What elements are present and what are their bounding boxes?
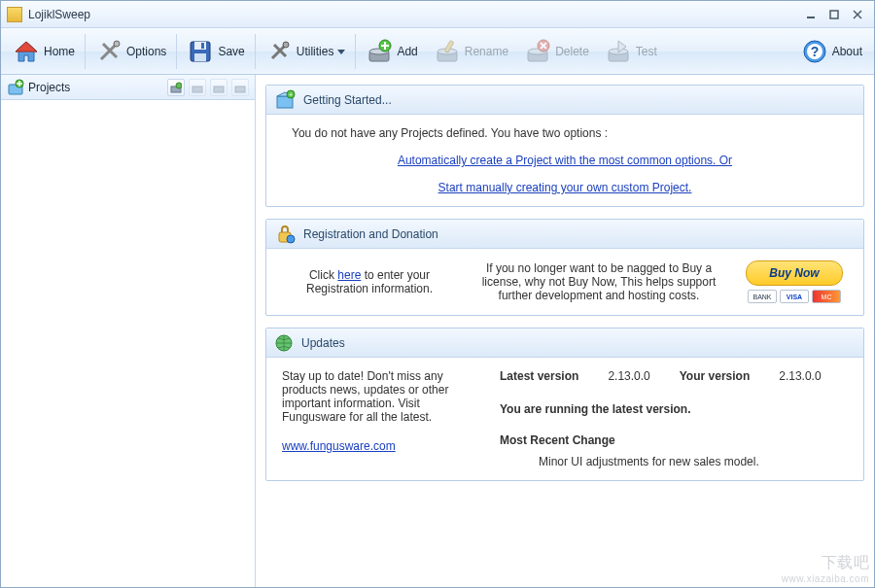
home-label: Home bbox=[44, 45, 75, 58]
registration-click-text: Click here to enter your Registration in… bbox=[282, 268, 457, 295]
utilities-icon bbox=[265, 38, 293, 65]
bank-logo: BANK bbox=[748, 290, 777, 303]
updates-panel: Updates Stay up to date! Don't miss any … bbox=[265, 328, 864, 481]
svg-marker-16 bbox=[337, 50, 345, 54]
projects-icon bbox=[7, 79, 24, 96]
your-version-label: Your version bbox=[680, 369, 750, 383]
registration-body: Click here to enter your Registration in… bbox=[266, 249, 863, 315]
about-button[interactable]: ? About bbox=[793, 32, 870, 71]
registration-header: Registration and Donation bbox=[266, 220, 863, 249]
delete-icon bbox=[524, 38, 551, 65]
app-icon bbox=[7, 7, 22, 22]
test-label: Test bbox=[636, 45, 657, 58]
save-icon bbox=[187, 38, 214, 65]
sidebar-body bbox=[1, 100, 255, 587]
svg-rect-11 bbox=[194, 53, 206, 61]
window-title: LojiklSweep bbox=[28, 8, 798, 21]
options-icon bbox=[95, 38, 122, 65]
globe-icon bbox=[274, 333, 294, 353]
rename-icon bbox=[434, 38, 461, 65]
save-button[interactable]: Save bbox=[179, 32, 252, 71]
minimize-icon bbox=[806, 10, 816, 19]
options-button[interactable]: Options bbox=[88, 32, 174, 71]
utilities-label: Utilities bbox=[297, 45, 334, 58]
updates-header: Updates bbox=[266, 329, 863, 358]
sidebar-title: Projects bbox=[28, 81, 163, 94]
main-split: Projects + Getting Started... You do not… bbox=[1, 75, 874, 587]
svg-rect-44 bbox=[235, 86, 245, 92]
toolbar-separator bbox=[85, 34, 86, 69]
getting-started-intro: You do not have any Projects defined. Yo… bbox=[292, 126, 848, 140]
toolbar-separator bbox=[176, 34, 177, 69]
recent-change-text: Minor UI adjustments for new sales model… bbox=[539, 455, 848, 468]
maximize-button[interactable] bbox=[823, 6, 845, 23]
running-latest-text: You are running the latest version. bbox=[500, 402, 848, 416]
getting-started-body: You do not have any Projects defined. Yo… bbox=[266, 115, 863, 206]
fungusware-link[interactable]: www.fungusware.com bbox=[282, 439, 396, 453]
delete-label: Delete bbox=[555, 45, 589, 58]
svg-rect-10 bbox=[194, 42, 206, 50]
svg-rect-42 bbox=[192, 86, 202, 92]
options-label: Options bbox=[126, 45, 166, 58]
close-button[interactable] bbox=[847, 6, 868, 23]
svg-point-50 bbox=[287, 235, 295, 243]
registration-here-link[interactable]: here bbox=[337, 268, 361, 282]
test-icon bbox=[605, 38, 632, 65]
utilities-button[interactable]: Utilities bbox=[258, 32, 354, 71]
content-area: + Getting Started... You do not have any… bbox=[256, 75, 874, 587]
box-icon: + bbox=[274, 89, 296, 111]
test-button: Test bbox=[597, 32, 665, 71]
svg-rect-12 bbox=[201, 43, 204, 49]
registration-nag-text: If you no longer want to be nagged to Bu… bbox=[471, 261, 727, 302]
home-button[interactable]: Home bbox=[5, 32, 83, 71]
visa-logo: VISA bbox=[780, 290, 809, 303]
payment-logos: BANK VISA MC bbox=[748, 290, 841, 303]
svg-rect-1 bbox=[830, 11, 838, 18]
delete-button: Delete bbox=[516, 32, 597, 71]
side-btn-3 bbox=[210, 79, 228, 96]
side-btn-1[interactable] bbox=[167, 79, 185, 96]
buy-now-button[interactable]: Buy Now bbox=[746, 260, 843, 286]
home-icon bbox=[13, 38, 40, 65]
toolbar: Home Options Save Utilities Add Rename bbox=[1, 28, 874, 75]
minimize-button[interactable] bbox=[800, 6, 822, 23]
about-icon: ? bbox=[801, 38, 828, 65]
add-icon bbox=[366, 38, 393, 65]
titlebar: LojiklSweep bbox=[1, 1, 874, 28]
svg-marker-5 bbox=[16, 42, 37, 52]
lock-icon bbox=[274, 224, 296, 245]
svg-text:?: ? bbox=[810, 44, 819, 59]
recent-change-label: Most Recent Change bbox=[500, 433, 848, 447]
updates-stay-text: Stay up to date! Don't miss any products… bbox=[282, 369, 476, 424]
add-button[interactable]: Add bbox=[358, 32, 425, 71]
sidebar-header: Projects bbox=[1, 75, 255, 100]
close-icon bbox=[853, 10, 862, 19]
latest-version-label: Latest version bbox=[500, 369, 578, 383]
mastercard-logo: MC bbox=[812, 290, 841, 303]
side-btn-4 bbox=[231, 79, 249, 96]
getting-started-panel: + Getting Started... You do not have any… bbox=[265, 85, 864, 207]
svg-point-41 bbox=[176, 83, 182, 88]
toolbar-separator bbox=[355, 34, 356, 69]
svg-text:+: + bbox=[289, 91, 293, 98]
toolbar-separator bbox=[255, 34, 256, 69]
manual-create-link[interactable]: Start manually creating your own custom … bbox=[438, 181, 692, 194]
svg-point-15 bbox=[283, 42, 289, 48]
registration-panel: Registration and Donation Click here to … bbox=[265, 219, 864, 316]
chevron-down-icon bbox=[337, 48, 345, 55]
sidebar: Projects bbox=[1, 75, 256, 587]
side-btn-2 bbox=[189, 79, 206, 96]
svg-rect-43 bbox=[214, 86, 224, 92]
add-label: Add bbox=[397, 45, 417, 58]
latest-version-value: 2.13.0.0 bbox=[608, 369, 649, 383]
rename-label: Rename bbox=[465, 45, 508, 58]
svg-point-8 bbox=[114, 41, 120, 47]
updates-title: Updates bbox=[301, 336, 345, 350]
getting-started-title: Getting Started... bbox=[303, 93, 392, 107]
registration-title: Registration and Donation bbox=[303, 227, 438, 241]
about-label: About bbox=[832, 45, 862, 58]
getting-started-header: + Getting Started... bbox=[266, 86, 863, 115]
maximize-icon bbox=[829, 10, 839, 19]
your-version-value: 2.13.0.0 bbox=[779, 369, 821, 383]
auto-create-link[interactable]: Automatically create a Project with the … bbox=[398, 154, 732, 167]
